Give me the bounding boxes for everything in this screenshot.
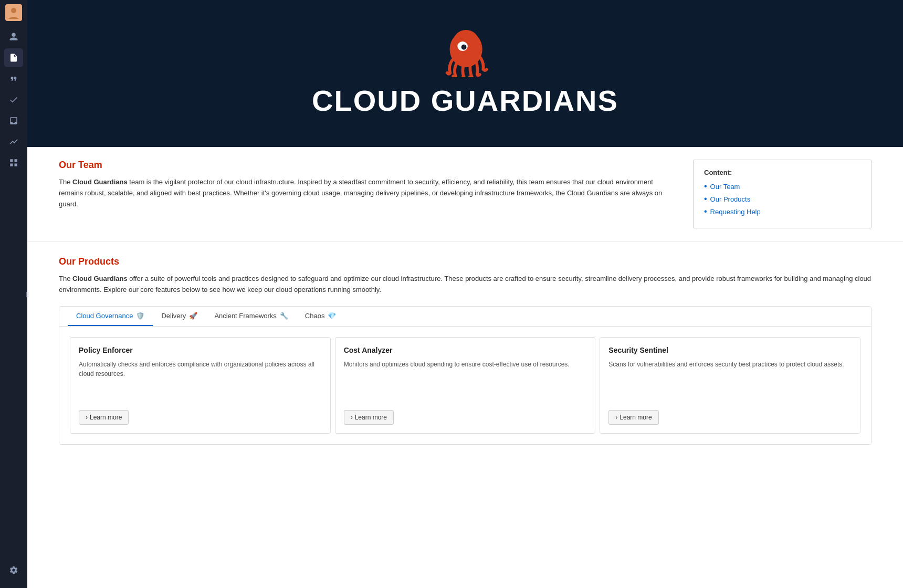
delivery-label: Delivery (161, 312, 186, 320)
team-text: Our Team The Cloud Guardians team is the… (59, 160, 672, 228)
card-security-sentinel: Security Sentinel Scans for vulnerabilit… (600, 337, 860, 434)
card-2-desc: Monitors and optimizes cloud spending to… (344, 360, 587, 379)
sidebar: || (0, 0, 27, 588)
card-3-desc: Scans for vulnerabilities and enforces s… (608, 360, 852, 379)
team-brand: Cloud Guardians (72, 178, 128, 186)
content-list-item-help: Requesting Help (704, 207, 860, 216)
content-box: Content: Our Team Our Products Requestin… (693, 160, 872, 228)
products-heading: Our Products (59, 256, 872, 267)
tab-ancient-frameworks[interactable]: Ancient Frameworks 🔧 (206, 307, 296, 326)
tab-chaos[interactable]: Chaos 💎 (297, 307, 345, 326)
svg-point-3 (453, 30, 479, 54)
sidebar-settings-icon[interactable] (4, 561, 23, 580)
chaos-icon: 💎 (328, 312, 336, 320)
cloud-governance-label: Cloud Governance (76, 312, 133, 320)
card-cost-analyzer: Cost Analyzer Monitors and optimizes clo… (335, 337, 596, 434)
tab-cloud-governance[interactable]: Cloud Governance 🛡️ (68, 307, 153, 326)
cards-grid: Policy Enforcer Automatically checks and… (59, 327, 871, 444)
content-list-item-team: Our Team (704, 182, 860, 191)
card-1-desc: Automatically checks and enforces compli… (79, 360, 322, 379)
sidebar-inbox-icon[interactable] (4, 111, 23, 130)
ancient-frameworks-icon: 🔧 (280, 312, 288, 320)
content-list-item-products: Our Products (704, 194, 860, 204)
tabs-container: Cloud Governance 🛡️ Delivery 🚀 Ancient F… (59, 306, 872, 445)
ancient-frameworks-label: Ancient Frameworks (214, 312, 276, 320)
resize-handle[interactable]: || (25, 286, 30, 302)
content-link-help[interactable]: Requesting Help (710, 208, 761, 216)
chevron-right-icon-2: › (351, 414, 353, 421)
chevron-right-icon-3: › (615, 414, 617, 421)
octopus-logo-icon (439, 30, 491, 77)
learn-more-button-2[interactable]: › Learn more (344, 410, 394, 425)
svg-point-5 (461, 44, 467, 49)
team-section: Our Team The Cloud Guardians team is the… (27, 147, 903, 242)
team-heading: Our Team (59, 160, 672, 171)
svg-point-1 (11, 8, 16, 13)
learn-more-button-1[interactable]: › Learn more (79, 410, 129, 425)
team-description: The Cloud Guardians team is the vigilant… (59, 177, 672, 209)
content-link-team[interactable]: Our Team (710, 183, 740, 191)
sidebar-chart-icon[interactable] (4, 132, 23, 151)
hero-title: CLOUD GUARDIANS (312, 83, 618, 118)
card-policy-enforcer: Policy Enforcer Automatically checks and… (70, 337, 331, 434)
content-list: Our Team Our Products Requesting Help (704, 182, 860, 216)
hero-banner: CLOUD GUARDIANS (27, 0, 903, 147)
cloud-governance-icon: 🛡️ (136, 312, 144, 320)
products-description: The Cloud Guardians offer a suite of pow… (59, 274, 872, 296)
card-1-title: Policy Enforcer (79, 346, 322, 354)
content-link-products[interactable]: Our Products (710, 195, 751, 203)
hero-logo: CLOUD GUARDIANS (312, 30, 618, 118)
avatar[interactable] (5, 4, 22, 21)
content-box-title: Content: (704, 169, 860, 176)
card-3-title: Security Sentinel (608, 346, 852, 354)
card-2-title: Cost Analyzer (344, 346, 587, 354)
sidebar-user-icon[interactable] (4, 27, 23, 46)
products-section: Our Products The Cloud Guardians offer a… (27, 242, 903, 457)
tabs-header: Cloud Governance 🛡️ Delivery 🚀 Ancient F… (59, 307, 871, 327)
chevron-right-icon-1: › (86, 414, 88, 421)
sidebar-quote-icon[interactable] (4, 69, 23, 88)
delivery-icon: 🚀 (189, 312, 197, 320)
tab-delivery[interactable]: Delivery 🚀 (153, 307, 206, 326)
main-content: CLOUD GUARDIANS Our Team The Cloud Guard… (27, 0, 903, 588)
sidebar-document-icon[interactable] (4, 48, 23, 67)
sidebar-check-icon[interactable] (4, 90, 23, 109)
learn-more-button-3[interactable]: › Learn more (608, 410, 658, 425)
products-brand: Cloud Guardians (72, 275, 128, 282)
sidebar-grid-icon[interactable] (4, 153, 23, 172)
chaos-label: Chaos (305, 312, 325, 320)
